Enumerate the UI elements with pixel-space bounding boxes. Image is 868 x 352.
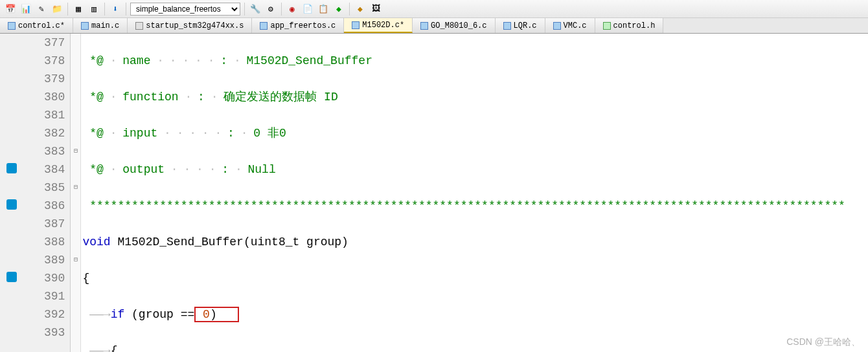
file-icon	[352, 21, 360, 29]
line-numbers: 3773783793803813823833843853863873883893…	[25, 34, 71, 352]
tab-control-h[interactable]: control.h	[595, 18, 664, 33]
tab-go-m8010[interactable]: GO_M8010_6.c	[413, 18, 495, 33]
fold-column: ⊟ ⊟ ⊟	[71, 34, 81, 352]
bookmark-icon[interactable]	[6, 272, 17, 282]
file-icon	[553, 22, 561, 30]
bookmark-icon[interactable]	[6, 163, 17, 173]
toolbar-icon-5[interactable]: ▦	[72, 3, 85, 16]
code-editor[interactable]: 3773783793803813823833843853863873883893…	[0, 34, 868, 352]
bookmark-margin	[0, 34, 25, 352]
file-icon	[603, 22, 611, 30]
toolbar-icon-4[interactable]: 📁	[51, 3, 63, 16]
file-icon	[503, 22, 511, 30]
file-icon	[81, 22, 89, 30]
toolbar-icon-13[interactable]: ◆	[354, 3, 367, 16]
toolbar: 📅 📊 ✎ 📁 ▦ ▥ ⬇ simple_balance_freertos 🔧 …	[0, 0, 868, 18]
file-icon	[135, 22, 143, 30]
tab-control-c[interactable]: control.c*	[0, 18, 73, 33]
tab-vmc[interactable]: VMC.c	[545, 18, 595, 33]
toolbar-icon-14[interactable]: 🖼	[369, 3, 382, 16]
toolbar-icon-10[interactable]: 📄	[301, 3, 314, 16]
tab-main-c[interactable]: main.c	[73, 18, 128, 33]
toolbar-icon-1[interactable]: 📅	[4, 3, 17, 16]
toolbar-icon-6[interactable]: ▥	[87, 3, 100, 16]
tab-startup-s[interactable]: startup_stm32g474xx.s	[128, 18, 252, 33]
project-combo[interactable]: simple_balance_freertos	[130, 3, 240, 16]
file-icon	[260, 22, 268, 30]
load-icon[interactable]: ⬇	[109, 3, 122, 16]
toolbar-icon-7[interactable]: 🔧	[249, 3, 262, 16]
toolbar-icon-3[interactable]: ✎	[35, 3, 48, 16]
fold-toggle[interactable]: ⊟	[71, 251, 80, 269]
watermark: CSDN @王哈哈、	[786, 336, 860, 348]
tab-lqr[interactable]: LQR.c	[496, 18, 545, 33]
tab-m1502d[interactable]: M1502D.c*	[344, 18, 413, 33]
toolbar-icon-11[interactable]: 📋	[317, 3, 330, 16]
file-icon	[420, 22, 428, 30]
bookmark-icon[interactable]	[6, 199, 17, 210]
editor-tabs: control.c* main.c startup_stm32g474xx.s …	[0, 18, 868, 34]
fold-toggle[interactable]: ⊟	[71, 142, 80, 160]
code-area[interactable]: *@ · name · · · · · : · M1502D_Send_Buff…	[81, 34, 868, 352]
toolbar-icon-12[interactable]: ◆	[332, 3, 345, 16]
file-icon	[8, 22, 16, 30]
tab-app-freertos[interactable]: app_freertos.c	[252, 18, 344, 33]
fold-toggle[interactable]: ⊟	[71, 179, 80, 197]
toolbar-icon-2[interactable]: 📊	[19, 3, 32, 16]
toolbar-icon-8[interactable]: ⚙	[264, 3, 277, 16]
toolbar-icon-9[interactable]: ◉	[286, 3, 299, 16]
